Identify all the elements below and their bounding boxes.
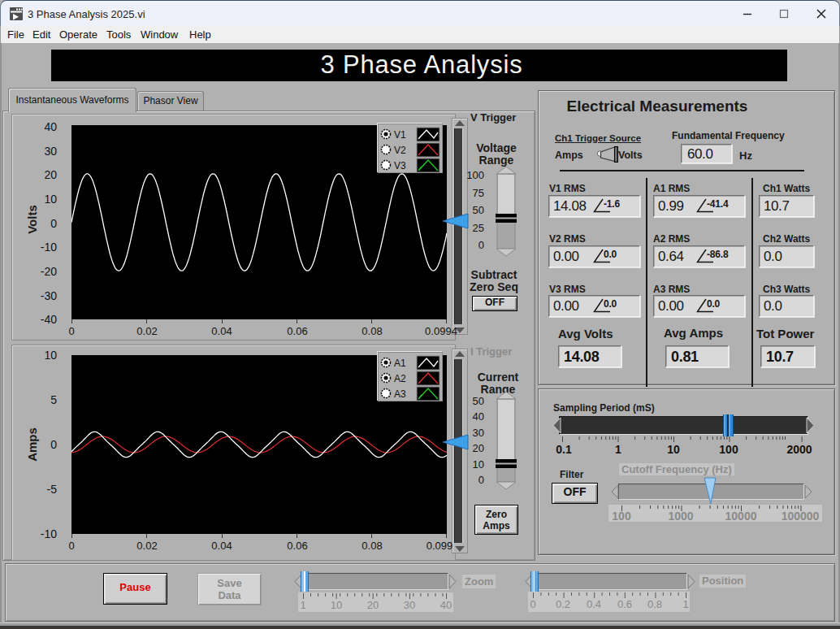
svg-text:A3: A3 bbox=[394, 388, 406, 400]
svg-text:V1: V1 bbox=[394, 129, 406, 141]
svg-text:A2: A2 bbox=[394, 373, 406, 384]
svg-text:V3: V3 bbox=[394, 160, 406, 171]
svg-text:V2: V2 bbox=[394, 145, 406, 156]
svg-text:A1: A1 bbox=[394, 358, 406, 369]
